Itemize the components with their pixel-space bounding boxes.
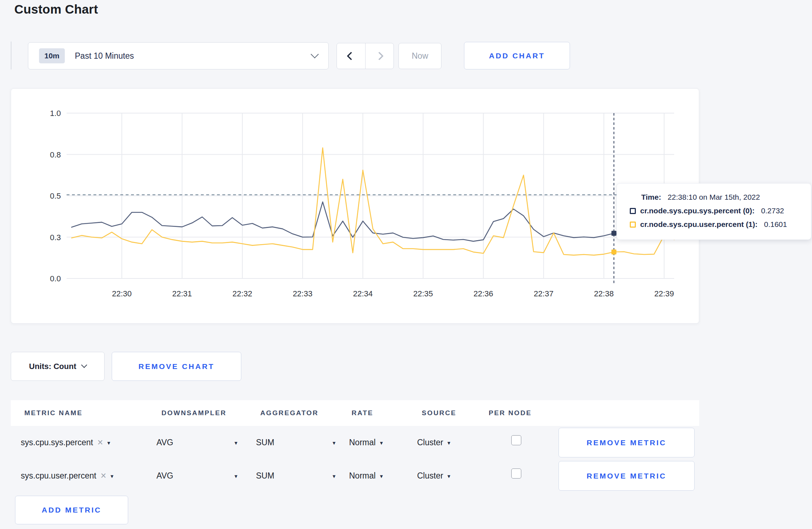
metrics-table-header: METRIC NAME DOWNSAMPLER AGGREGATOR RATE …	[11, 400, 699, 426]
timeseries-chart[interactable]: 0.00.30.50.81.022:3022:3122:3222:3322:34…	[11, 89, 700, 324]
caret-down-icon: ▾	[380, 439, 383, 446]
aggregator-select[interactable]: SUM ▾	[256, 459, 335, 492]
svg-text:22:36: 22:36	[474, 289, 493, 298]
aggregator-select[interactable]: SUM ▾	[256, 426, 335, 459]
col-downsampler: DOWNSAMPLER	[161, 409, 227, 417]
metric-row-1: sys.cpu.sys.percent × ▾ AVG ▾ SUM ▾ Norm…	[11, 426, 699, 459]
metric-name: sys.cpu.sys.percent	[21, 438, 93, 447]
svg-text:0.8: 0.8	[50, 150, 61, 159]
time-pager	[337, 43, 394, 69]
tooltip-series-row: cr.node.sys.cpu.sys.percent (0): 0.2732	[630, 207, 801, 215]
source-value: Cluster	[417, 471, 443, 481]
col-source: SOURCE	[422, 409, 456, 417]
add-metric-button[interactable]: ADD METRIC	[15, 496, 128, 524]
source-select[interactable]: Cluster ▾	[417, 459, 450, 492]
tooltip-user-label: cr.node.sys.cpu.user.percent (1):	[640, 220, 758, 229]
col-aggregator: AGGREGATOR	[260, 409, 319, 417]
caret-down-icon: ▾	[235, 472, 237, 479]
per-node-checkbox[interactable]	[511, 469, 521, 479]
aggregator-value: SUM	[256, 438, 274, 447]
next-time-button[interactable]	[365, 43, 394, 69]
rate-select[interactable]: Normal ▾	[349, 459, 383, 492]
chart-tooltip: Time: 22:38:10 on Mar 15th, 2022 cr.node…	[617, 183, 811, 240]
downsampler-select[interactable]: AVG ▾	[156, 459, 237, 492]
source-select[interactable]: Cluster ▾	[417, 426, 450, 459]
sys-series-swatch-icon	[630, 208, 636, 214]
tooltip-series-row: cr.node.sys.cpu.user.percent (1): 0.1601	[630, 220, 801, 229]
downsampler-select[interactable]: AVG ▾	[156, 426, 237, 459]
col-metric-name: METRIC NAME	[24, 409, 83, 417]
svg-text:22:39: 22:39	[654, 289, 674, 298]
time-range-label: Past 10 Minutes	[75, 51, 134, 61]
svg-text:22:35: 22:35	[413, 289, 433, 298]
add-chart-button[interactable]: ADD CHART	[464, 42, 570, 69]
svg-text:22:33: 22:33	[293, 289, 313, 298]
per-node-checkbox[interactable]	[511, 435, 521, 445]
chart-panel: 0.00.30.50.81.022:3022:3122:3222:3322:34…	[11, 88, 699, 324]
downsampler-value: AVG	[156, 438, 173, 447]
svg-text:22:32: 22:32	[232, 289, 252, 298]
clear-metric-icon[interactable]: ×	[97, 438, 103, 447]
prev-time-button[interactable]	[337, 43, 365, 69]
metric-name-select[interactable]: sys.cpu.user.percent × ▾	[21, 459, 113, 492]
chevron-down-icon	[81, 362, 87, 368]
chevron-down-icon	[311, 50, 319, 58]
units-label: Units: Count	[29, 362, 76, 371]
caret-down-icon: ▾	[333, 472, 335, 479]
remove-metric-button[interactable]: REMOVE METRIC	[559, 428, 695, 457]
svg-text:22:37: 22:37	[534, 289, 554, 298]
rate-value: Normal	[349, 438, 376, 447]
svg-text:0.0: 0.0	[50, 274, 61, 283]
svg-text:22:38: 22:38	[594, 289, 614, 298]
metric-row-2: sys.cpu.user.percent × ▾ AVG ▾ SUM ▾ Nor…	[11, 459, 699, 492]
svg-text:0.3: 0.3	[50, 233, 61, 242]
user-series-swatch-icon	[630, 222, 636, 228]
svg-text:22:31: 22:31	[172, 289, 192, 298]
svg-text:22:34: 22:34	[353, 289, 373, 298]
aggregator-value: SUM	[256, 471, 274, 481]
rate-value: Normal	[349, 471, 376, 481]
page-title: Custom Chart	[14, 2, 98, 16]
caret-down-icon: ▾	[448, 472, 450, 479]
caret-down-icon: ▾	[380, 472, 383, 479]
col-per-node: PER NODE	[489, 409, 532, 417]
tooltip-time-value: 22:38:10 on Mar 15th, 2022	[668, 193, 760, 202]
remove-metric-button[interactable]: REMOVE METRIC	[559, 461, 695, 491]
caret-down-icon: ▾	[107, 439, 110, 446]
remove-chart-button[interactable]: REMOVE CHART	[112, 352, 241, 381]
downsampler-value: AVG	[156, 471, 173, 481]
svg-text:22:30: 22:30	[112, 289, 132, 298]
tooltip-user-value: 0.1601	[764, 220, 787, 229]
chevron-right-icon	[375, 52, 384, 60]
time-range-badge: 10m	[39, 48, 65, 63]
time-range-select[interactable]: 10m Past 10 Minutes	[28, 42, 329, 69]
toolbar-divider	[11, 42, 11, 69]
tooltip-time-label: Time:	[641, 193, 661, 202]
svg-text:0.5: 0.5	[50, 191, 61, 200]
caret-down-icon: ▾	[448, 439, 450, 446]
metric-name-select[interactable]: sys.cpu.sys.percent × ▾	[21, 426, 110, 459]
metric-name: sys.cpu.user.percent	[21, 471, 96, 481]
clear-metric-icon[interactable]: ×	[101, 471, 106, 481]
tooltip-sys-label: cr.node.sys.cpu.sys.percent (0):	[640, 207, 755, 215]
source-value: Cluster	[417, 438, 443, 447]
col-rate: RATE	[352, 409, 373, 417]
rate-select[interactable]: Normal ▾	[349, 426, 383, 459]
caret-down-icon: ▾	[235, 439, 237, 446]
tooltip-sys-value: 0.2732	[761, 207, 784, 215]
caret-down-icon: ▾	[333, 439, 335, 446]
caret-down-icon: ▾	[111, 472, 113, 479]
svg-text:1.0: 1.0	[50, 109, 61, 118]
per-node-cell	[511, 457, 521, 490]
now-button[interactable]: Now	[398, 43, 441, 69]
tooltip-time-row: Time: 22:38:10 on Mar 15th, 2022	[630, 193, 801, 202]
units-select[interactable]: Units: Count	[11, 352, 105, 381]
chevron-left-icon	[347, 52, 355, 60]
per-node-cell	[511, 423, 521, 457]
